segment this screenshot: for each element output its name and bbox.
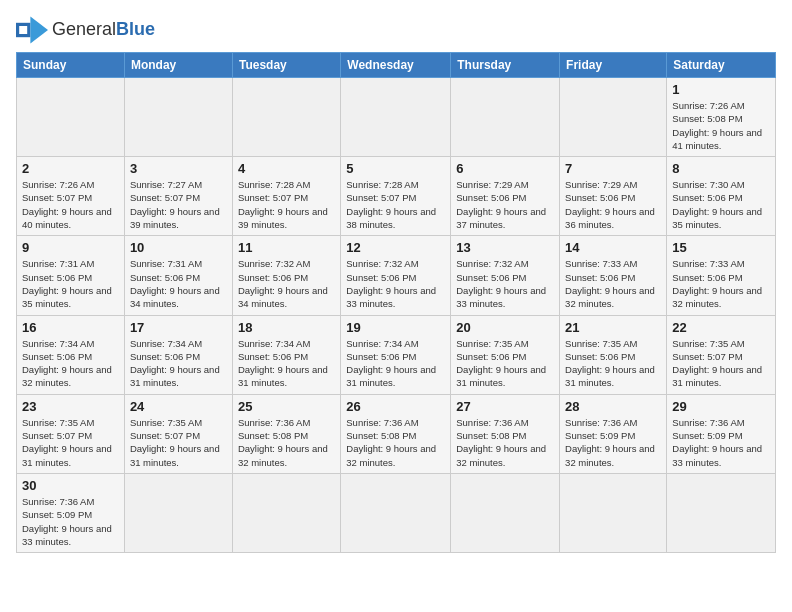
calendar-cell: 15Sunrise: 7:33 AM Sunset: 5:06 PM Dayli… [667, 236, 776, 315]
calendar-week-1: 2Sunrise: 7:26 AM Sunset: 5:07 PM Daylig… [17, 157, 776, 236]
day-header-thursday: Thursday [451, 53, 560, 78]
calendar-week-3: 16Sunrise: 7:34 AM Sunset: 5:06 PM Dayli… [17, 315, 776, 394]
day-info: Sunrise: 7:35 AM Sunset: 5:06 PM Dayligh… [456, 337, 554, 390]
calendar-cell: 3Sunrise: 7:27 AM Sunset: 5:07 PM Daylig… [124, 157, 232, 236]
calendar-header-row: SundayMondayTuesdayWednesdayThursdayFrid… [17, 53, 776, 78]
day-number: 28 [565, 399, 661, 414]
day-header-monday: Monday [124, 53, 232, 78]
day-number: 9 [22, 240, 119, 255]
calendar-cell [341, 78, 451, 157]
day-info: Sunrise: 7:36 AM Sunset: 5:09 PM Dayligh… [565, 416, 661, 469]
day-number: 15 [672, 240, 770, 255]
calendar-cell [560, 473, 667, 552]
calendar-cell: 30Sunrise: 7:36 AM Sunset: 5:09 PM Dayli… [17, 473, 125, 552]
calendar-cell: 13Sunrise: 7:32 AM Sunset: 5:06 PM Dayli… [451, 236, 560, 315]
calendar-cell: 10Sunrise: 7:31 AM Sunset: 5:06 PM Dayli… [124, 236, 232, 315]
day-number: 2 [22, 161, 119, 176]
day-number: 14 [565, 240, 661, 255]
day-info: Sunrise: 7:30 AM Sunset: 5:06 PM Dayligh… [672, 178, 770, 231]
calendar-cell: 22Sunrise: 7:35 AM Sunset: 5:07 PM Dayli… [667, 315, 776, 394]
calendar-table: SundayMondayTuesdayWednesdayThursdayFrid… [16, 52, 776, 553]
calendar-cell: 19Sunrise: 7:34 AM Sunset: 5:06 PM Dayli… [341, 315, 451, 394]
day-number: 21 [565, 320, 661, 335]
day-number: 22 [672, 320, 770, 335]
day-number: 12 [346, 240, 445, 255]
day-number: 24 [130, 399, 227, 414]
calendar-cell [341, 473, 451, 552]
calendar-cell: 4Sunrise: 7:28 AM Sunset: 5:07 PM Daylig… [232, 157, 340, 236]
svg-rect-2 [19, 26, 27, 34]
day-info: Sunrise: 7:34 AM Sunset: 5:06 PM Dayligh… [130, 337, 227, 390]
calendar-cell [124, 78, 232, 157]
calendar-cell [232, 78, 340, 157]
calendar-cell [124, 473, 232, 552]
day-info: Sunrise: 7:36 AM Sunset: 5:08 PM Dayligh… [238, 416, 335, 469]
calendar-cell [232, 473, 340, 552]
calendar-cell: 11Sunrise: 7:32 AM Sunset: 5:06 PM Dayli… [232, 236, 340, 315]
calendar-cell: 28Sunrise: 7:36 AM Sunset: 5:09 PM Dayli… [560, 394, 667, 473]
day-info: Sunrise: 7:29 AM Sunset: 5:06 PM Dayligh… [565, 178, 661, 231]
day-info: Sunrise: 7:33 AM Sunset: 5:06 PM Dayligh… [565, 257, 661, 310]
day-header-saturday: Saturday [667, 53, 776, 78]
calendar-week-5: 30Sunrise: 7:36 AM Sunset: 5:09 PM Dayli… [17, 473, 776, 552]
calendar-cell: 25Sunrise: 7:36 AM Sunset: 5:08 PM Dayli… [232, 394, 340, 473]
day-info: Sunrise: 7:35 AM Sunset: 5:07 PM Dayligh… [672, 337, 770, 390]
day-number: 3 [130, 161, 227, 176]
calendar-cell: 23Sunrise: 7:35 AM Sunset: 5:07 PM Dayli… [17, 394, 125, 473]
day-number: 4 [238, 161, 335, 176]
calendar-cell: 20Sunrise: 7:35 AM Sunset: 5:06 PM Dayli… [451, 315, 560, 394]
calendar-cell [451, 473, 560, 552]
calendar-cell: 12Sunrise: 7:32 AM Sunset: 5:06 PM Dayli… [341, 236, 451, 315]
calendar-cell: 29Sunrise: 7:36 AM Sunset: 5:09 PM Dayli… [667, 394, 776, 473]
calendar-cell: 18Sunrise: 7:34 AM Sunset: 5:06 PM Dayli… [232, 315, 340, 394]
day-header-friday: Friday [560, 53, 667, 78]
day-number: 17 [130, 320, 227, 335]
day-number: 1 [672, 82, 770, 97]
calendar-cell: 2Sunrise: 7:26 AM Sunset: 5:07 PM Daylig… [17, 157, 125, 236]
day-info: Sunrise: 7:26 AM Sunset: 5:07 PM Dayligh… [22, 178, 119, 231]
calendar-cell: 8Sunrise: 7:30 AM Sunset: 5:06 PM Daylig… [667, 157, 776, 236]
day-info: Sunrise: 7:33 AM Sunset: 5:06 PM Dayligh… [672, 257, 770, 310]
day-info: Sunrise: 7:35 AM Sunset: 5:07 PM Dayligh… [130, 416, 227, 469]
calendar-week-0: 1Sunrise: 7:26 AM Sunset: 5:08 PM Daylig… [17, 78, 776, 157]
day-number: 7 [565, 161, 661, 176]
logo-text: GeneralBlue [52, 20, 155, 40]
calendar-cell [451, 78, 560, 157]
calendar-cell: 5Sunrise: 7:28 AM Sunset: 5:07 PM Daylig… [341, 157, 451, 236]
day-info: Sunrise: 7:31 AM Sunset: 5:06 PM Dayligh… [22, 257, 119, 310]
day-number: 26 [346, 399, 445, 414]
day-info: Sunrise: 7:29 AM Sunset: 5:06 PM Dayligh… [456, 178, 554, 231]
day-number: 13 [456, 240, 554, 255]
calendar-cell: 6Sunrise: 7:29 AM Sunset: 5:06 PM Daylig… [451, 157, 560, 236]
calendar-week-2: 9Sunrise: 7:31 AM Sunset: 5:06 PM Daylig… [17, 236, 776, 315]
day-info: Sunrise: 7:35 AM Sunset: 5:06 PM Dayligh… [565, 337, 661, 390]
calendar-cell: 16Sunrise: 7:34 AM Sunset: 5:06 PM Dayli… [17, 315, 125, 394]
day-info: Sunrise: 7:36 AM Sunset: 5:08 PM Dayligh… [456, 416, 554, 469]
calendar-cell [17, 78, 125, 157]
day-info: Sunrise: 7:34 AM Sunset: 5:06 PM Dayligh… [22, 337, 119, 390]
calendar-cell: 1Sunrise: 7:26 AM Sunset: 5:08 PM Daylig… [667, 78, 776, 157]
svg-marker-1 [30, 16, 48, 43]
day-number: 20 [456, 320, 554, 335]
day-info: Sunrise: 7:28 AM Sunset: 5:07 PM Dayligh… [238, 178, 335, 231]
calendar-cell: 21Sunrise: 7:35 AM Sunset: 5:06 PM Dayli… [560, 315, 667, 394]
day-info: Sunrise: 7:36 AM Sunset: 5:09 PM Dayligh… [672, 416, 770, 469]
day-info: Sunrise: 7:34 AM Sunset: 5:06 PM Dayligh… [238, 337, 335, 390]
day-header-sunday: Sunday [17, 53, 125, 78]
calendar-cell: 26Sunrise: 7:36 AM Sunset: 5:08 PM Dayli… [341, 394, 451, 473]
day-info: Sunrise: 7:28 AM Sunset: 5:07 PM Dayligh… [346, 178, 445, 231]
header: GeneralBlue [16, 16, 776, 44]
calendar-cell: 17Sunrise: 7:34 AM Sunset: 5:06 PM Dayli… [124, 315, 232, 394]
day-number: 8 [672, 161, 770, 176]
day-info: Sunrise: 7:26 AM Sunset: 5:08 PM Dayligh… [672, 99, 770, 152]
calendar-week-4: 23Sunrise: 7:35 AM Sunset: 5:07 PM Dayli… [17, 394, 776, 473]
day-number: 30 [22, 478, 119, 493]
day-number: 16 [22, 320, 119, 335]
day-number: 27 [456, 399, 554, 414]
calendar-cell: 24Sunrise: 7:35 AM Sunset: 5:07 PM Dayli… [124, 394, 232, 473]
calendar-cell: 7Sunrise: 7:29 AM Sunset: 5:06 PM Daylig… [560, 157, 667, 236]
calendar-cell: 14Sunrise: 7:33 AM Sunset: 5:06 PM Dayli… [560, 236, 667, 315]
day-info: Sunrise: 7:32 AM Sunset: 5:06 PM Dayligh… [346, 257, 445, 310]
calendar-cell [560, 78, 667, 157]
calendar-cell: 27Sunrise: 7:36 AM Sunset: 5:08 PM Dayli… [451, 394, 560, 473]
